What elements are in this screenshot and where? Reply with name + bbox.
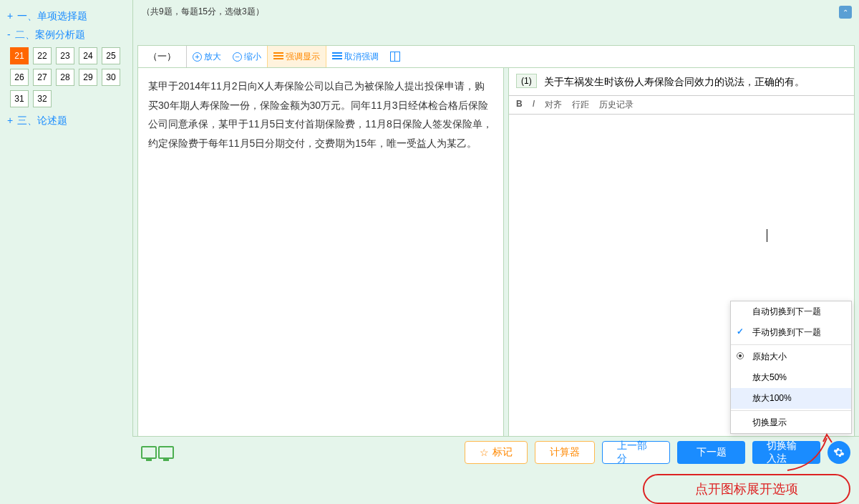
bold-button[interactable]: B	[516, 99, 523, 111]
qnum-27[interactable]: 27	[33, 69, 52, 86]
sidebar: + 一、单项选择题 - 二、案例分析题 21 22 23 24 25 26 27…	[0, 0, 132, 465]
qnum-24[interactable]: 24	[79, 47, 97, 64]
plus-icon: +	[193, 52, 202, 62]
subquestion-text: 关于车祸发生时该份人寿保险合同效力的说法，正确的有。	[544, 74, 847, 89]
line-height-button[interactable]: 行距	[572, 99, 589, 111]
settings-popup: 自动切换到下一题 ✓手动切换到下一题 原始大小 放大50% 放大100% 切换显…	[730, 301, 852, 434]
qnum-21[interactable]: 21	[10, 47, 29, 64]
qnum-25[interactable]: 25	[102, 47, 120, 64]
collapse-panel-icon[interactable]: ⌃	[839, 6, 852, 19]
qnum-28[interactable]: 28	[56, 69, 74, 86]
check-icon: ✓	[737, 326, 744, 336]
qnum-30[interactable]: 30	[102, 69, 120, 86]
prev-section-button[interactable]: 上一部分	[602, 441, 670, 464]
qnum-29[interactable]: 29	[79, 69, 97, 86]
radio-icon	[737, 352, 744, 359]
qnum-32[interactable]: 32	[33, 90, 52, 107]
switch-ime-button[interactable]: 切换输入法	[752, 441, 820, 464]
zoom-in-button[interactable]: +放大	[187, 46, 227, 67]
popup-orig-size[interactable]: 原始大小	[731, 346, 851, 367]
footer-bar: ☆标记 计算器 上一部分 下一题 切换输入法	[132, 436, 859, 468]
qnum-31[interactable]: 31	[10, 90, 29, 107]
annotation-label: 点开图标展开选项	[643, 474, 850, 504]
unhighlight-button[interactable]: 取消强调	[326, 46, 384, 67]
mark-button[interactable]: ☆标记	[465, 441, 528, 464]
network-status-icon	[141, 446, 174, 459]
text-cursor	[767, 229, 767, 242]
popup-zoom-100[interactable]: 放大100%	[731, 388, 851, 409]
passage-toolbar: （一） +放大 −缩小 强调显示 取消强调	[137, 45, 855, 68]
section-case-analysis[interactable]: - 二、案例分析题	[7, 29, 125, 42]
subquestion-number: (1)	[516, 74, 537, 88]
popup-zoom-50[interactable]: 放大50%	[731, 367, 851, 388]
settings-gear-button[interactable]	[828, 441, 850, 464]
question-grid: 21 22 23 24 25 26 27 28 29 30 31 32	[7, 47, 125, 107]
expand-icon: +	[7, 10, 13, 21]
section-info: （共9题，每题15分，选做3题）	[133, 0, 859, 24]
zoom-out-button[interactable]: −缩小	[227, 46, 267, 67]
popup-auto-next[interactable]: 自动切换到下一题	[731, 301, 851, 322]
editor-toolbar: B I 对齐 行距 历史记录	[509, 95, 854, 115]
split-icon	[390, 52, 400, 62]
section-essay[interactable]: + 三、论述题	[7, 115, 125, 127]
align-button[interactable]: 对齐	[545, 99, 562, 111]
group-label: （一）	[138, 46, 187, 67]
popup-toggle-display[interactable]: 切换显示	[731, 412, 851, 433]
star-icon: ☆	[480, 447, 489, 458]
history-button[interactable]: 历史记录	[599, 99, 634, 111]
minus-icon: −	[233, 52, 242, 62]
qnum-22[interactable]: 22	[33, 47, 52, 64]
list-icon	[332, 52, 342, 61]
gear-icon	[833, 447, 845, 458]
expand-icon: +	[7, 115, 13, 126]
qnum-26[interactable]: 26	[10, 69, 29, 86]
popup-manual-next[interactable]: ✓手动切换到下一题	[731, 322, 851, 343]
calculator-button[interactable]: 计算器	[535, 441, 595, 464]
section-single-choice[interactable]: + 一、单项选择题	[7, 10, 125, 23]
split-view-button[interactable]	[384, 46, 406, 67]
italic-button[interactable]: I	[533, 99, 535, 111]
qnum-23[interactable]: 23	[56, 47, 74, 64]
next-question-button[interactable]: 下一题	[677, 441, 745, 464]
collapse-icon: -	[7, 29, 11, 40]
list-icon	[273, 52, 283, 61]
passage-text: 某甲于2014年11月2日向X人寿保险公司以自己为被保险人提出投保申请，购买30…	[137, 68, 504, 465]
highlight-button[interactable]: 强调显示	[267, 46, 326, 67]
